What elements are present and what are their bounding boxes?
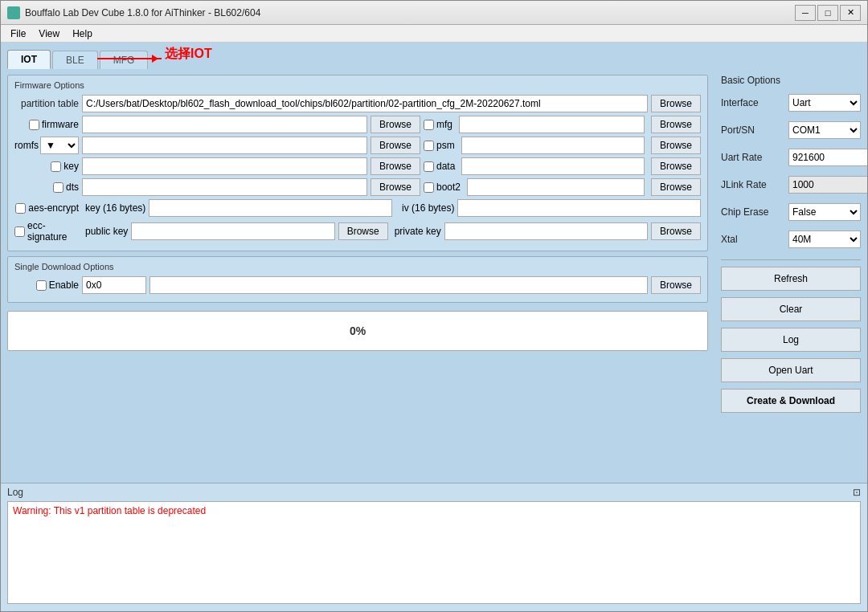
basic-options-title: Basic Options xyxy=(721,75,861,86)
ecc-public-key-input[interactable] xyxy=(131,222,334,240)
mfg-group: mfg Browse xyxy=(424,116,701,133)
dts-boot2-row: dts Browse boot2 Browse xyxy=(14,178,701,196)
boot2-browse-button[interactable]: Browse xyxy=(651,178,701,196)
key-input[interactable] xyxy=(82,157,367,175)
key-label: key xyxy=(63,161,79,172)
jlink-rate-label: JLink Rate xyxy=(721,179,785,190)
ecc-private-key-browse-button[interactable]: Browse xyxy=(651,222,701,240)
key-checkbox[interactable] xyxy=(51,161,61,172)
tab-ble[interactable]: BLE xyxy=(52,51,98,69)
ecc-public-key-browse-button[interactable]: Browse xyxy=(338,222,388,240)
aes-encrypt-checkbox[interactable] xyxy=(15,203,26,214)
mfg-input[interactable] xyxy=(459,116,645,133)
menu-view[interactable]: View xyxy=(32,27,66,41)
window-title: Bouffalo Lab Dev Cube 1.8.0 for AiThinke… xyxy=(25,7,795,18)
enable-checkbox[interactable] xyxy=(36,280,47,291)
right-panel: Basic Options Interface Uart Port/SN COM… xyxy=(714,68,867,483)
single-download-section: Single Download Options Enable Browse xyxy=(7,256,708,303)
boot2-label: boot2 xyxy=(436,182,461,193)
boot2-checkbox[interactable] xyxy=(424,182,434,193)
firmware-input[interactable] xyxy=(82,116,367,133)
interface-label: Interface xyxy=(721,97,785,108)
aes-key-label: key (16 bytes) xyxy=(85,202,145,214)
firmware-label: firmware xyxy=(42,119,79,130)
partition-table-input[interactable] xyxy=(82,95,648,112)
chip-erase-select[interactable]: False True xyxy=(788,203,861,221)
ecc-public-key-label: public key xyxy=(85,226,128,237)
romfs-input[interactable] xyxy=(82,137,367,154)
tab-annotation: 选择IOT xyxy=(97,46,212,63)
log-button[interactable]: Log xyxy=(721,328,861,352)
maximize-button[interactable]: □ xyxy=(817,5,838,21)
data-checkbox[interactable] xyxy=(424,161,434,172)
app-icon xyxy=(7,6,20,19)
menu-bar: File View Help xyxy=(1,25,867,43)
psm-checkbox[interactable] xyxy=(424,141,434,151)
boot2-input[interactable] xyxy=(467,178,645,196)
uart-rate-input[interactable] xyxy=(788,149,867,166)
mfg-checkbox[interactable] xyxy=(424,120,434,130)
firmware-mfg-row: firmware Browse mfg Browse xyxy=(14,116,701,133)
menu-help[interactable]: Help xyxy=(66,27,99,41)
single-browse-button[interactable]: Browse xyxy=(651,276,701,294)
dts-browse-button[interactable]: Browse xyxy=(371,178,420,196)
refresh-button[interactable]: Refresh xyxy=(721,267,861,291)
log-content: Warning: This v1 partition table is depr… xyxy=(7,501,861,604)
open-uart-button[interactable]: Open Uart xyxy=(721,358,861,382)
dts-input[interactable] xyxy=(82,178,367,196)
ecc-private-key-input[interactable] xyxy=(444,222,648,240)
ecc-signature-checkbox[interactable] xyxy=(14,226,25,237)
close-button[interactable]: ✕ xyxy=(840,5,861,21)
create-download-button[interactable]: Create & Download xyxy=(721,389,861,413)
psm-check-group: psm xyxy=(424,140,455,151)
port-sn-select[interactable]: COM1 xyxy=(788,121,861,139)
interface-select[interactable]: Uart xyxy=(788,94,861,112)
ecc-signature-label: ecc-signature xyxy=(27,220,79,243)
romfs-browse-button[interactable]: Browse xyxy=(371,137,420,154)
aes-iv-input[interactable] xyxy=(457,199,701,217)
firmware-checkbox[interactable] xyxy=(29,120,39,130)
dts-label: dts xyxy=(66,182,79,193)
partition-table-browse-button[interactable]: Browse xyxy=(651,95,701,112)
single-file-input[interactable] xyxy=(149,276,648,294)
key-browse-button[interactable]: Browse xyxy=(371,157,420,175)
jlink-rate-input[interactable] xyxy=(788,176,867,194)
chip-erase-label: Chip Erase xyxy=(721,206,785,218)
single-address-input[interactable] xyxy=(82,276,146,294)
romfs-label: romfs xyxy=(14,140,39,151)
data-input[interactable] xyxy=(461,157,645,175)
tab-iot[interactable]: IOT xyxy=(7,50,51,69)
log-expand-icon[interactable]: ⊡ xyxy=(853,487,861,498)
log-title-row: Log ⊡ xyxy=(7,487,861,498)
data-check-group: data xyxy=(424,161,455,172)
psm-input[interactable] xyxy=(461,137,645,154)
dts-checkbox[interactable] xyxy=(53,182,63,193)
partition-table-label: partition table xyxy=(14,98,79,109)
boot2-group: boot2 Browse xyxy=(424,178,701,196)
uart-rate-row: Uart Rate xyxy=(721,149,861,166)
data-browse-button[interactable]: Browse xyxy=(651,157,701,175)
data-group: data Browse xyxy=(424,157,701,175)
partition-table-row: partition table Browse xyxy=(14,95,701,112)
mfg-check-group: mfg xyxy=(424,119,452,130)
port-sn-label: Port/SN xyxy=(721,124,785,136)
enable-label: Enable xyxy=(49,279,79,291)
psm-group: psm Browse xyxy=(424,137,701,154)
xtal-label: Xtal xyxy=(721,234,785,245)
romfs-select[interactable]: ▼ xyxy=(40,137,79,154)
firmware-browse-button[interactable]: Browse xyxy=(371,116,420,133)
xtal-row: Xtal 40M 26M 32M xyxy=(721,231,861,248)
interface-row: Interface Uart xyxy=(721,94,861,112)
minimize-button[interactable]: ─ xyxy=(795,5,816,21)
boot2-check-group: boot2 xyxy=(424,182,461,193)
progress-area: 0% xyxy=(7,311,708,351)
clear-button[interactable]: Clear xyxy=(721,297,861,321)
mfg-browse-button[interactable]: Browse xyxy=(651,116,701,133)
psm-browse-button[interactable]: Browse xyxy=(651,137,701,154)
aes-key-input[interactable] xyxy=(149,199,392,217)
xtal-select[interactable]: 40M 26M 32M xyxy=(788,231,861,248)
port-sn-row: Port/SN COM1 xyxy=(721,121,861,139)
uart-rate-label: Uart Rate xyxy=(721,152,785,163)
log-message-0: Warning: This v1 partition table is depr… xyxy=(13,505,855,516)
menu-file[interactable]: File xyxy=(4,27,32,41)
